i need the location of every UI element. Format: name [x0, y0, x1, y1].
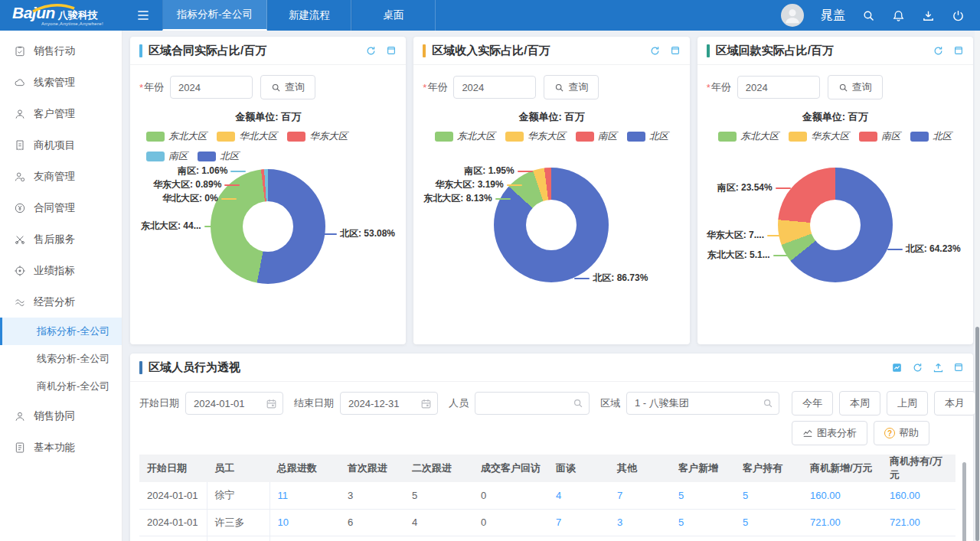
legend-item[interactable]: 东北大区 [435, 130, 495, 143]
unit-label: 金额单位: 百万 [697, 101, 973, 125]
username: 晁盖 [821, 8, 845, 24]
refresh-icon[interactable] [365, 45, 377, 57]
page-scrollbar[interactable] [975, 31, 980, 541]
sidebar-item-business-analysis[interactable]: 经营分析 [0, 286, 122, 318]
legend-item[interactable]: 南区 [146, 150, 188, 163]
start-date-input[interactable] [185, 392, 283, 415]
sidebar-subitem-indicator-analysis[interactable]: 指标分析-全公司 [0, 318, 122, 345]
chart-legend: 东北大区 华东大区 南区 北区 [718, 130, 952, 143]
sidebar-item-opportunities[interactable]: 商机项目 [0, 129, 122, 161]
year-label: 年份 [711, 80, 731, 94]
legend-item[interactable]: 华东大区 [287, 130, 348, 143]
legend-item[interactable]: 北区 [198, 150, 239, 163]
last-week-button[interactable]: 上周 [887, 391, 928, 416]
sidebar-item-customers[interactable]: 客户管理 [0, 98, 122, 129]
top-bar: Bajun 八骏科技 Anyone,Anytime,Anywhere! 指标分析… [0, 0, 980, 31]
region-input[interactable] [626, 392, 779, 415]
card-accent [707, 44, 710, 57]
tab-new-process[interactable]: 新建流程 [267, 0, 351, 31]
query-button[interactable]: 查询 [260, 75, 315, 99]
refresh-icon[interactable] [649, 45, 661, 57]
query-button[interactable]: 查询 [828, 75, 883, 99]
power-icon[interactable] [952, 9, 965, 22]
expand-icon[interactable] [953, 362, 964, 373]
year-input[interactable] [170, 76, 253, 99]
target-icon [14, 265, 26, 277]
image-export-icon[interactable] [891, 362, 903, 373]
question-icon: ? [884, 428, 895, 438]
legend-item[interactable]: 华北大区 [217, 130, 277, 143]
donut-chart-payment: 南区: 23.54% 华东大区: 7.... 东北大区: 5.1... 北区: … [697, 143, 973, 344]
legend-item[interactable]: 东北大区 [718, 130, 779, 143]
year-input[interactable] [737, 76, 820, 99]
receipt-icon [14, 139, 26, 152]
main-content: 区域合同实际占比/百万 *年份 查询 金额单位: 百万 东北大区 华北大区 华东… [122, 31, 980, 541]
legend-item[interactable]: 东北大区 [146, 130, 207, 143]
table-row: 2024-01-01萧让 104 20 73 66 863.00863.00 [139, 536, 956, 541]
sidebar-item-sales-action[interactable]: 销售行动 [0, 35, 122, 67]
unit-label: 金额单位: 百万 [130, 101, 406, 125]
expand-icon[interactable] [953, 45, 964, 57]
payment-share-card: 区域回款实际占比/百万 *年份 查询 金额单位: 百万 东北大区 华东大区 南区 [697, 37, 973, 344]
clipboard-check-icon [14, 45, 26, 57]
pie-label: 华北大区: 0% [162, 192, 237, 205]
card-accent [139, 361, 142, 374]
sidebar-item-sales-collab[interactable]: 销售协同 [0, 400, 122, 432]
refresh-icon[interactable] [933, 45, 944, 57]
menu-toggle-icon[interactable] [124, 0, 162, 31]
sidebar-item-basic-functions[interactable]: 基本功能 [0, 432, 122, 463]
this-week-button[interactable]: 本周 [839, 391, 880, 416]
search-icon[interactable] [862, 9, 875, 22]
legend-item[interactable]: 北区 [627, 130, 668, 143]
expand-icon[interactable] [386, 45, 397, 57]
download-icon[interactable] [922, 9, 935, 22]
help-button[interactable]: ?帮助 [874, 421, 929, 445]
refresh-icon[interactable] [912, 362, 923, 373]
query-button[interactable]: 查询 [544, 75, 599, 99]
customer-icon [14, 108, 26, 120]
this-month-button[interactable]: 本月 [934, 391, 975, 416]
user-icon [14, 410, 26, 422]
brand-tagline: Anyone,Anytime,Anywhere! [41, 21, 124, 26]
table-scrollbar[interactable] [962, 462, 966, 541]
card-title: 区域收入实际占比/百万 [432, 44, 648, 58]
sidebar-subitem-leads-analysis[interactable]: 线索分析-全公司 [0, 345, 122, 373]
chart-legend: 东北大区 华北大区 华东大区 南区 北区 [146, 130, 390, 163]
legend-item[interactable]: 华东大区 [505, 130, 566, 143]
sidebar-subitem-opportunity-analysis[interactable]: 商机分析-全公司 [0, 373, 122, 400]
bell-icon[interactable] [892, 9, 905, 22]
sidebar-item-leads[interactable]: 线索管理 [0, 67, 122, 98]
tab-desktop[interactable]: 桌面 [351, 0, 436, 31]
tools-icon [14, 233, 26, 246]
avatar[interactable] [781, 4, 804, 27]
expand-icon[interactable] [670, 45, 681, 57]
donut[interactable] [778, 168, 893, 282]
this-year-button[interactable]: 今年 [792, 391, 833, 416]
chart-analysis-button[interactable]: 图表分析 [792, 421, 867, 445]
table-row: 2024-01-01徐宁 113 50 47 55 160.00160.00 [139, 482, 956, 509]
upload-icon[interactable] [933, 362, 944, 373]
pie-label: 华东大区: 7.... [707, 229, 782, 242]
pie-label: 北区: 53.08% [322, 227, 395, 240]
legend-item[interactable]: 华东大区 [789, 130, 849, 143]
pie-label: 南区: 1.06% [178, 165, 246, 178]
legend-item[interactable]: 北区 [910, 130, 952, 143]
table-row: 2024-01-01许三多 106 40 73 55 721.00721.00 [139, 509, 956, 536]
contract-share-card: 区域合同实际占比/百万 *年份 查询 金额单位: 百万 东北大区 华北大区 华东… [130, 37, 406, 344]
document-icon [14, 442, 26, 454]
legend-item[interactable]: 南区 [576, 130, 617, 143]
tab-indicator-analysis[interactable]: 指标分析-全公司 [162, 0, 267, 31]
donut-chart-revenue: 南区: 1.95% 华东大区: 3.19% 东北大区: 8.13% 北区: 86… [413, 143, 689, 344]
person-input[interactable] [475, 392, 590, 415]
start-date-label: 开始日期 [139, 396, 179, 410]
pie-label: 东北大区: 44... [141, 220, 220, 233]
legend-item[interactable]: 南区 [859, 130, 900, 143]
logo-swoosh [31, 2, 77, 13]
year-input[interactable] [453, 76, 536, 99]
pie-label: 南区: 1.95% [464, 165, 532, 178]
sidebar-item-contracts[interactable]: 合同管理 [0, 192, 122, 223]
sidebar-item-kpi[interactable]: 业绩指标 [0, 255, 122, 286]
sidebar-item-after-sales[interactable]: 售后服务 [0, 223, 122, 255]
end-date-input[interactable] [340, 392, 438, 415]
sidebar-item-partners[interactable]: 友商管理 [0, 161, 122, 192]
